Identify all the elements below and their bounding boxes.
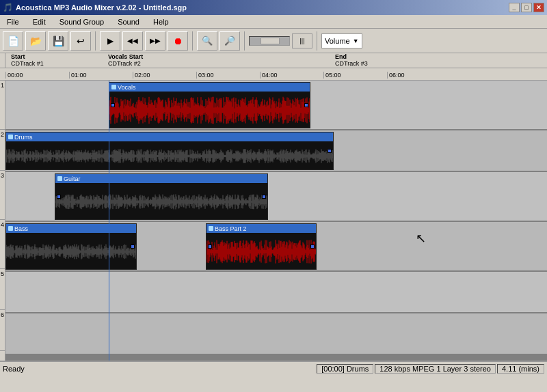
clip-bass-part2-handle-left[interactable]	[208, 244, 212, 249]
menu-sound-group[interactable]: Sound Group	[55, 16, 108, 27]
level-indicator: |||	[292, 33, 312, 48]
menu-sound[interactable]: Sound	[114, 16, 144, 27]
play-button[interactable]: ▶	[100, 31, 120, 51]
undo-button[interactable]: ↩	[70, 31, 91, 51]
track-num-1: 1	[0, 81, 5, 130]
new-button[interactable]: 📄	[3, 31, 23, 51]
main-area: 1 2 3 4 5 6 Vocals	[0, 81, 547, 361]
clip-bass-label: Bass	[14, 225, 28, 232]
app-icon: 🎵	[3, 3, 13, 12]
clip-drums-icon	[8, 135, 13, 139]
clip-vocals[interactable]: Vocals // We'll just draw a lot of verti…	[109, 82, 310, 128]
track-num-3: 3	[0, 171, 5, 220]
clip-bass-handle-right[interactable]	[131, 244, 135, 249]
clip-guitar[interactable]: Guitar	[55, 173, 268, 220]
ruler-tick-0000: 00:00	[5, 72, 23, 79]
clip-guitar-icon	[57, 176, 62, 181]
window-title: Acoustica MP3 Audio Mixer v.2.02 - Untit…	[16, 3, 187, 12]
volume-dropdown[interactable]: Volume ▼	[321, 33, 362, 48]
ruler-tick-0100: 01:00	[69, 72, 87, 79]
status-right: [00:00] Drums 128 kbps MPEG 1 Layer 3 st…	[317, 364, 544, 374]
status-bar: Ready [00:00] Drums 128 kbps MPEG 1 Laye…	[0, 361, 547, 376]
record-icon: ⏺	[173, 36, 183, 46]
ruler-tick-0300: 03:00	[196, 72, 214, 79]
track-row-6	[5, 313, 547, 354]
rewind-icon: ◀◀	[127, 37, 138, 44]
status-ready: Ready	[3, 365, 317, 373]
menu-help[interactable]: Help	[149, 16, 173, 27]
forward-icon: ▶▶	[150, 37, 161, 44]
clip-bass-part2[interactable]: Bass Part 2	[206, 223, 317, 270]
save-button[interactable]: 💾	[48, 31, 68, 51]
volume-arrow-icon: ▼	[353, 38, 359, 44]
track-row-5	[5, 272, 547, 313]
title-bar-controls[interactable]: _ □ ✕	[509, 3, 544, 12]
slider-control[interactable]	[249, 36, 290, 46]
open-button[interactable]: 📂	[25, 31, 46, 51]
toolbar-separator-3	[244, 31, 245, 51]
clip-guitar-handle-right[interactable]	[262, 195, 266, 199]
clip-bass[interactable]: Bass	[5, 223, 137, 270]
minimize-button[interactable]: _	[509, 3, 520, 12]
clip-vocals-handle-right[interactable]	[304, 103, 308, 107]
ruler-tick-0400: 04:00	[260, 72, 278, 79]
toolbar-separator-4	[317, 31, 317, 51]
clip-bass-part2-handle-right[interactable]	[310, 244, 315, 249]
new-icon: 📄	[8, 36, 19, 46]
playhead	[109, 81, 109, 361]
zoom-in-button[interactable]: 🔍	[197, 31, 217, 51]
close-button[interactable]: ✕	[533, 3, 544, 12]
menu-edit[interactable]: Edit	[29, 16, 50, 27]
ruler: 00:00 01:00 02:00 03:00 04:00 05:00 06:0…	[0, 68, 547, 80]
clip-vocals-body: // We'll just draw a lot of vertical lin…	[109, 92, 310, 128]
clip-drums-body	[6, 141, 333, 170]
clip-guitar-body	[55, 183, 267, 220]
ruler-tick-0200: 02:00	[133, 72, 150, 79]
clip-drums[interactable]: Drums	[5, 132, 334, 170]
clip-vocals-label: Vocals	[118, 84, 136, 91]
rewind-button[interactable]: ◀◀	[122, 31, 143, 51]
clip-guitar-handle-left[interactable]	[57, 195, 61, 199]
clip-vocals-icon	[111, 85, 116, 89]
marker-end: End CDTrack #3	[335, 53, 368, 67]
record-button[interactable]: ⏺	[168, 31, 188, 51]
track-num-6: 6	[0, 310, 5, 351]
maximize-button[interactable]: □	[521, 3, 532, 12]
toolbar: 📄 📂 💾 ↩ ▶ ◀◀ ▶▶ ⏺ 🔍 🔎 ||| Volume ▼	[0, 29, 547, 53]
ruler-tick-0500: 05:00	[323, 72, 341, 79]
status-track-info: [00:00] Drums	[317, 364, 373, 374]
track-num-5: 5	[0, 269, 5, 310]
clip-drums-label: Drums	[14, 134, 33, 141]
toolbar-separator-1	[95, 31, 96, 51]
zoom-out-icon: 🔎	[224, 36, 235, 46]
open-icon: 📂	[30, 36, 42, 46]
menu-file[interactable]: File	[3, 16, 23, 27]
marker-vocals-start: Vocals Start CDTrack #2	[108, 53, 143, 67]
play-icon: ▶	[107, 36, 114, 46]
clip-bass-icon	[8, 226, 13, 231]
clip-bass-body	[6, 233, 136, 270]
clip-drums-handle-right[interactable]	[328, 149, 332, 153]
marker-start: Start CDTrack #1	[11, 53, 44, 67]
clip-vocals-handle-left[interactable]	[111, 103, 115, 107]
ruler-tick-0600: 06:00	[387, 72, 405, 79]
timeline-header: Start CDTrack #1 Vocals Start CDTrack #2…	[0, 53, 547, 81]
title-bar-left: 🎵 Acoustica MP3 Audio Mixer v.2.02 - Unt…	[3, 3, 187, 12]
undo-icon: ↩	[77, 36, 85, 46]
zoom-out-button[interactable]: 🔎	[219, 31, 240, 51]
clip-bass-part2-label: Bass Part 2	[215, 225, 247, 232]
save-icon: 💾	[53, 36, 64, 46]
status-duration: 4.11 (mins)	[497, 364, 544, 374]
track-num-4: 4	[0, 220, 5, 269]
track-area[interactable]: Vocals // We'll just draw a lot of verti…	[5, 81, 547, 361]
volume-label: Volume	[325, 37, 350, 45]
title-bar: 🎵 Acoustica MP3 Audio Mixer v.2.02 - Unt…	[0, 0, 547, 15]
forward-button[interactable]: ▶▶	[145, 31, 165, 51]
status-encoding: 128 kbps MPEG 1 Layer 3 stereo	[375, 364, 496, 374]
toolbar-separator-2	[192, 31, 193, 51]
clip-bass-part2-icon	[209, 226, 213, 231]
clip-bass-part2-body	[206, 233, 316, 270]
track-num-2: 2	[0, 130, 5, 171]
zoom-in-icon: 🔍	[202, 36, 213, 46]
track-numbers: 1 2 3 4 5 6	[0, 81, 5, 361]
